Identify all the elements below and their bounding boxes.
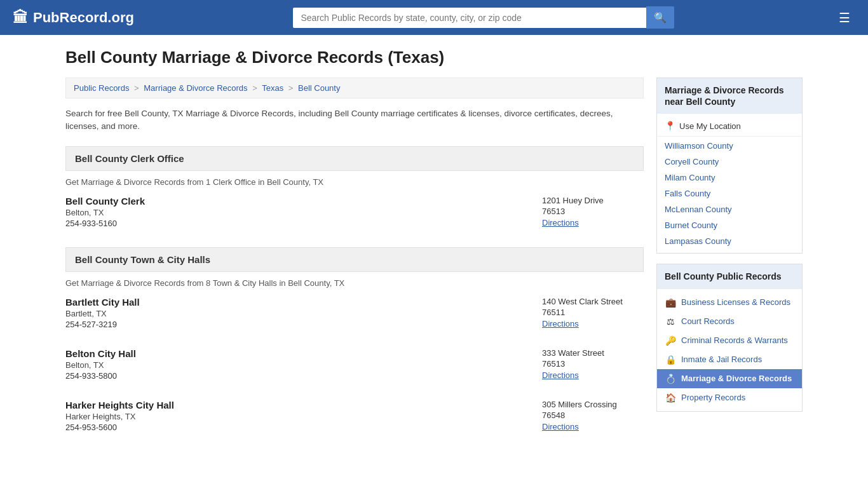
sidebar-public-records-header: Bell County Public Records (657, 264, 802, 288)
marriage-records-link[interactable]: Marriage & Divorce Records (681, 374, 792, 383)
record-left-harker-heights: Harker Heights City Hall Harker Heights,… (65, 400, 174, 432)
record-left-belton: Belton City Hall Belton, TX 254-933-5800 (65, 348, 136, 381)
record-location-clerk: Belton, TX (65, 208, 145, 217)
record-left-bartlett: Bartlett City Hall Bartlett, TX 254-527-… (65, 297, 140, 329)
record-address-bartlett: 140 West Clark Street (542, 297, 644, 306)
breadcrumb-sep-1: > (134, 83, 139, 93)
list-item[interactable]: Williamson County (657, 138, 802, 154)
county-link-williamson[interactable]: Williamson County (665, 141, 733, 151)
list-item[interactable]: Falls County (657, 186, 802, 201)
county-link-lampasas[interactable]: Lampasas County (665, 236, 731, 246)
county-link-coryell[interactable]: Coryell County (665, 157, 719, 166)
sidebar-item-business[interactable]: 💼 Business Licenses & Records (657, 293, 802, 312)
record-address-harker-heights: 305 Millers Crossing (542, 400, 644, 409)
record-right-harker-heights: 305 Millers Crossing 76548 Directions (542, 400, 644, 432)
breadcrumb-sep-3: > (288, 83, 294, 93)
main-content: Public Records > Marriage & Divorce Reco… (65, 78, 644, 451)
sidebar-nearby-box: Marriage & Divorce Records near Bell Cou… (656, 78, 803, 254)
list-item[interactable]: Coryell County (657, 154, 802, 170)
sidebar-item-inmate[interactable]: 🔒 Inmate & Jail Records (657, 350, 802, 369)
rings-icon: 💍 (665, 374, 676, 384)
record-name-clerk: Bell County Clerk (65, 196, 145, 207)
breadcrumb-texas[interactable]: Texas (262, 83, 283, 93)
breadcrumb-marriage-divorce[interactable]: Marriage & Divorce Records (144, 83, 247, 93)
search-bar: 🔍 (293, 6, 674, 29)
sidebar-records-list: 💼 Business Licenses & Records ⚖ Court Re… (657, 289, 802, 411)
search-button[interactable]: 🔍 (646, 6, 674, 29)
directions-link-belton[interactable]: Directions (542, 370, 579, 380)
search-input[interactable] (293, 8, 646, 28)
sidebar-item-property[interactable]: 🏠 Property Records (657, 388, 802, 407)
record-address-clerk: 1201 Huey Drive (542, 196, 644, 205)
page-title: Bell County Marriage & Divorce Records (… (65, 48, 803, 67)
key-icon: 🔑 (665, 336, 676, 346)
sidebar-item-marriage[interactable]: 💍 Marriage & Divorce Records (657, 369, 802, 388)
record-phone-bartlett: 254-527-3219 (65, 320, 140, 329)
briefcase-icon: 💼 (665, 297, 676, 308)
record-entry-bartlett: Bartlett City Hall Bartlett, TX 254-527-… (65, 297, 644, 336)
directions-link-bartlett[interactable]: Directions (542, 319, 579, 329)
record-name-belton: Belton City Hall (65, 348, 136, 359)
sidebar: Marriage & Divorce Records near Bell Cou… (656, 78, 803, 451)
sidebar-public-records-box: Bell County Public Records 💼 Business Li… (656, 264, 803, 411)
record-zip-clerk: 76513 (542, 207, 644, 216)
record-right-bartlett: 140 West Clark Street 76511 Directions (542, 297, 644, 329)
section-desc-clerk: Get Marriage & Divorce Records from 1 Cl… (65, 177, 644, 187)
county-link-mclennan[interactable]: McLennan County (665, 205, 732, 214)
inmate-records-link[interactable]: Inmate & Jail Records (681, 355, 762, 364)
breadcrumb-sep-2: > (252, 83, 257, 93)
record-right-clerk: 1201 Huey Drive 76513 Directions (542, 196, 644, 228)
county-link-falls[interactable]: Falls County (665, 189, 710, 198)
record-phone-harker-heights: 254-953-5600 (65, 423, 174, 432)
property-records-link[interactable]: Property Records (681, 393, 745, 402)
criminal-records-link[interactable]: Criminal Records & Warrants (681, 336, 788, 345)
location-pin-icon: 📍 (665, 121, 675, 131)
record-right-belton: 333 Water Street 76513 Directions (542, 348, 644, 381)
court-records-link[interactable]: Court Records (681, 316, 735, 326)
lock-icon: 🔒 (665, 355, 676, 365)
scales-icon: ⚖ (665, 316, 676, 327)
page-container: Bell County Marriage & Divorce Records (… (53, 35, 815, 464)
record-name-harker-heights: Harker Heights City Hall (65, 400, 174, 410)
record-entry-bell-county-clerk: Bell County Clerk Belton, TX 254-933-516… (65, 196, 644, 234)
county-link-milam[interactable]: Milam County (665, 173, 715, 182)
list-item[interactable]: Burnet County (657, 217, 802, 233)
section-header-cityhalls: Bell County Town & City Halls (65, 247, 644, 272)
record-location-harker-heights: Harker Heights, TX (65, 412, 174, 421)
building-icon: 🏛 (13, 9, 28, 27)
directions-link-clerk[interactable]: Directions (542, 218, 579, 227)
sidebar-use-location[interactable]: 📍 Use My Location (657, 118, 802, 137)
list-item[interactable]: Milam County (657, 170, 802, 186)
sidebar-item-criminal[interactable]: 🔑 Criminal Records & Warrants (657, 331, 802, 350)
sidebar-nearby-header: Marriage & Divorce Records near Bell Cou… (657, 78, 802, 114)
sidebar-item-court[interactable]: ⚖ Court Records (657, 312, 802, 331)
record-zip-belton: 76513 (542, 359, 644, 369)
list-item[interactable]: Lampasas County (657, 233, 802, 249)
county-link-burnet[interactable]: Burnet County (665, 220, 717, 230)
record-location-bartlett: Bartlett, TX (65, 309, 140, 318)
use-location-label: Use My Location (679, 121, 741, 131)
business-licenses-link[interactable]: Business Licenses & Records (681, 297, 790, 307)
record-location-belton: Belton, TX (65, 360, 136, 370)
record-zip-bartlett: 76511 (542, 308, 644, 317)
record-entry-harker-heights: Harker Heights City Hall Harker Heights,… (65, 400, 644, 438)
breadcrumb-bell-county[interactable]: Bell County (298, 83, 340, 93)
section-desc-cityhalls: Get Marriage & Divorce Records from 8 To… (65, 278, 644, 288)
breadcrumb: Public Records > Marriage & Divorce Reco… (65, 78, 644, 98)
directions-link-harker-heights[interactable]: Directions (542, 422, 579, 431)
record-phone-belton: 254-933-5800 (65, 371, 136, 381)
breadcrumb-public-records[interactable]: Public Records (74, 83, 129, 93)
site-logo[interactable]: 🏛 PubRecord.org (13, 9, 134, 27)
record-phone-clerk: 254-933-5160 (65, 219, 145, 228)
sidebar-nearby-list: 📍 Use My Location Williamson County Cory… (657, 114, 802, 253)
logo-text: PubRecord.org (33, 10, 134, 26)
record-name-bartlett: Bartlett City Hall (65, 297, 140, 308)
menu-button[interactable]: ☰ (834, 8, 855, 28)
record-left-clerk: Bell County Clerk Belton, TX 254-933-516… (65, 196, 145, 228)
main-layout: Public Records > Marriage & Divorce Reco… (65, 78, 803, 451)
list-item[interactable]: McLennan County (657, 201, 802, 217)
record-zip-harker-heights: 76548 (542, 410, 644, 420)
site-header: 🏛 PubRecord.org 🔍 ☰ (0, 0, 868, 35)
record-address-belton: 333 Water Street (542, 348, 644, 358)
house-icon: 🏠 (665, 393, 676, 403)
